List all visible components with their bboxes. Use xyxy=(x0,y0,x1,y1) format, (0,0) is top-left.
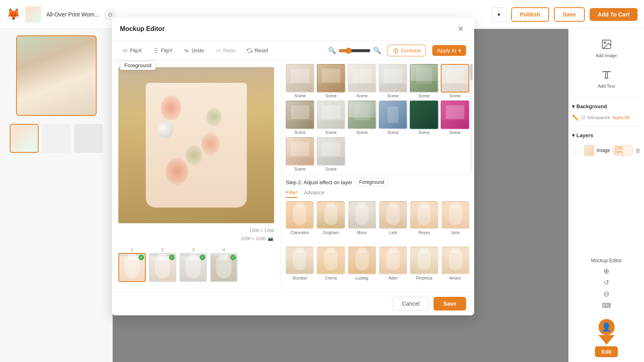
reset-label: Reset xyxy=(254,47,268,53)
keyboard-button[interactable]: ⌨ xyxy=(602,302,611,309)
page-2-thumb[interactable]: ✓ xyxy=(149,253,176,282)
filter-label-lark: Lark xyxy=(389,230,397,235)
publish-button[interactable]: Publish xyxy=(511,7,549,22)
filter-item-perpetua[interactable]: Perpetua xyxy=(410,247,438,289)
page-1[interactable]: 1 ✓ xyxy=(118,247,146,282)
scene-label-7: Scene xyxy=(294,130,305,135)
filter-thumb-crema xyxy=(317,247,345,274)
scene-item-3[interactable]: Scene xyxy=(348,64,376,98)
filter-thumb-moon xyxy=(348,201,376,229)
modal-save-button[interactable]: Save xyxy=(433,297,466,311)
filter-item-clarendon[interactable]: Clarendon xyxy=(286,201,314,243)
cancel-button[interactable]: Cancel xyxy=(392,297,430,311)
zoom-slider[interactable] xyxy=(339,47,371,54)
filter-label-aden: Aden xyxy=(388,276,398,280)
page-4[interactable]: 4 ✓ xyxy=(210,247,237,282)
scene-label-10: Scene xyxy=(387,130,398,135)
page-3-check: ✓ xyxy=(200,255,205,260)
scene-item-9[interactable]: Scene xyxy=(348,101,376,135)
svg-point-1 xyxy=(604,42,606,43)
reset-button[interactable]: Reset xyxy=(244,46,270,55)
step2-title: Step 2. Adjust effect on layer xyxy=(286,179,352,185)
filter-thumb-reyes xyxy=(410,201,438,229)
page-2-check: ✓ xyxy=(169,255,175,260)
scene-item-2[interactable]: Scene xyxy=(317,64,345,98)
page-3-thumb[interactable]: ✓ xyxy=(180,253,207,282)
flip-x-button[interactable]: FlipX xyxy=(120,46,144,55)
zoom-in-button[interactable]: ⊕ xyxy=(603,267,609,276)
step2-section: Step 2. Adjust effect on layer Foregroun… xyxy=(281,175,474,292)
add-to-cart-button[interactable]: Add To Cart xyxy=(590,8,638,21)
preview-thumb-2[interactable] xyxy=(42,124,71,153)
zoom-out-button[interactable]: ⊖ xyxy=(603,290,609,298)
undo-button[interactable]: Undo xyxy=(182,46,206,55)
scene-item-1[interactable]: Scene xyxy=(286,64,314,98)
filter-item-moon[interactable]: Moon xyxy=(348,201,376,243)
background-label: Background xyxy=(576,103,607,109)
redo-button[interactable]: Redo xyxy=(213,46,238,55)
page-thumbnails: 1 ✓ 2 ✓ xyxy=(118,244,274,285)
filter-item-amaro[interactable]: Amaro xyxy=(442,247,469,289)
add-image-tool[interactable]: Add Image xyxy=(572,34,641,61)
logo-icon: 🦊 xyxy=(6,8,21,21)
delete-layer-button[interactable]: 🗑 xyxy=(635,147,641,154)
add-text-tool[interactable]: Add Text xyxy=(572,64,641,92)
apply-to-button[interactable]: Apply to ▾ xyxy=(432,45,466,56)
advance-tab[interactable]: Advance xyxy=(304,189,324,198)
product-title: All-Over Print Wom... xyxy=(46,11,99,18)
foreground-tag: Foreground xyxy=(120,61,156,70)
scene-item-6[interactable]: Scene xyxy=(441,64,469,98)
filter-item-reyes[interactable]: Reyes xyxy=(410,201,438,243)
scene-item-5[interactable]: Scene xyxy=(410,64,438,98)
edit-button[interactable]: Edit xyxy=(595,346,618,357)
scene-label-4: Scene xyxy=(387,94,398,98)
dropdown-chevron-button[interactable]: ▾ xyxy=(492,7,506,22)
apply-all-label[interactable]: Apply All xyxy=(613,115,630,120)
filter-item-juno[interactable]: Juno xyxy=(442,201,469,243)
modal-close-button[interactable]: ✕ xyxy=(455,23,466,35)
pencil-icon: ✏️ xyxy=(572,114,579,121)
contrast-button[interactable]: Contrast xyxy=(388,45,426,56)
scene-item-12[interactable]: Scene xyxy=(441,101,469,135)
scene-label-11: Scene xyxy=(418,130,429,135)
transparent-label: transparent xyxy=(588,115,610,120)
scene-item-4[interactable]: Scene xyxy=(379,64,407,98)
scene-item-8[interactable]: Scene xyxy=(317,101,345,135)
apply-to-label: Apply to xyxy=(437,47,456,53)
transparent-checkbox[interactable]: ☑ xyxy=(581,115,585,120)
filter-item-gingham[interactable]: Gingham xyxy=(317,201,345,243)
page-2[interactable]: 2 ✓ xyxy=(149,247,176,282)
scene-item-14[interactable]: Scene xyxy=(317,137,345,171)
zoom-in-icon[interactable]: 🔍 xyxy=(373,47,381,54)
layer-thumbnail xyxy=(584,145,594,156)
flip-y-button[interactable]: FlipY xyxy=(151,46,175,55)
page-4-thumb[interactable]: ✓ xyxy=(210,253,237,282)
scene-item-11[interactable]: Scene xyxy=(410,101,438,135)
scenes-scrollbar[interactable] xyxy=(470,64,473,171)
page-3[interactable]: 3 ✓ xyxy=(180,247,207,282)
scene-item-13[interactable]: Scene xyxy=(286,137,314,171)
scene-item-10[interactable]: Scene xyxy=(379,101,407,135)
layers-section-header[interactable]: ▾ Layers xyxy=(572,131,641,140)
filter-item-ludwig[interactable]: Ludwig xyxy=(348,247,376,289)
background-section-header[interactable]: ▾ Background xyxy=(572,102,641,111)
filter-thumb-gingham xyxy=(317,201,345,229)
scene-item-7[interactable]: Scene xyxy=(286,101,314,135)
filter-label-gingham: Gingham xyxy=(323,230,339,235)
preview-thumb-3[interactable] xyxy=(74,124,103,153)
mockup-editor-label: Mockup Editor xyxy=(591,258,622,263)
preview-thumb-1[interactable] xyxy=(10,124,39,153)
filter-item-aden[interactable]: Aden xyxy=(379,247,407,289)
filter-item-slumber[interactable]: Slumber xyxy=(286,247,314,289)
scene-thumb-12 xyxy=(441,101,469,129)
filter-item-crema[interactable]: Crema xyxy=(317,247,345,289)
apply-to-chevron: ▾ xyxy=(458,47,461,53)
refresh-button[interactable]: ↺ xyxy=(604,279,609,286)
scene-label-6: Scene xyxy=(449,94,460,98)
filter-item-lark[interactable]: Lark xyxy=(379,201,407,243)
page-4-number: 4 xyxy=(223,247,225,252)
page-1-thumb[interactable]: ✓ xyxy=(118,253,146,282)
zoom-out-icon[interactable]: 🔍 xyxy=(328,47,336,54)
save-button[interactable]: Save xyxy=(554,7,585,22)
filter-tab[interactable]: Filter xyxy=(286,189,297,198)
